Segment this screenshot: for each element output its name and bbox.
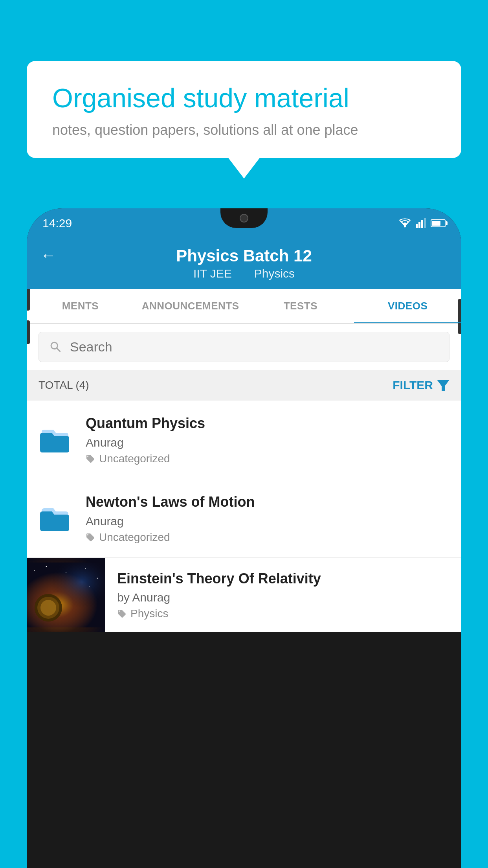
video-tag-quantum: Uncategorized xyxy=(86,452,449,465)
back-button[interactable]: ← xyxy=(40,246,56,264)
tab-bar: MENTS ANNOUNCEMENTS TESTS VIDEOS xyxy=(27,289,461,324)
svg-point-9 xyxy=(34,570,35,570)
svg-point-13 xyxy=(97,577,98,579)
wifi-icon xyxy=(398,218,412,228)
speech-bubble-heading: Organised study material xyxy=(52,83,436,113)
video-tag-einstein: Physics xyxy=(117,607,449,620)
svg-point-14 xyxy=(89,585,90,586)
header-subtitle: IIT JEE Physics xyxy=(190,267,298,280)
video-title-quantum: Quantum Physics xyxy=(86,414,449,433)
tag-icon-einstein xyxy=(117,609,127,618)
svg-rect-2 xyxy=(418,222,420,228)
status-icons xyxy=(398,218,446,228)
tab-videos[interactable]: VIDEOS xyxy=(354,289,461,323)
tab-tests[interactable]: TESTS xyxy=(247,289,354,323)
signal-icon xyxy=(416,218,427,228)
status-bar: 14:29 xyxy=(27,208,461,238)
svg-rect-4 xyxy=(424,218,426,228)
header-subtitle-separator xyxy=(241,267,248,280)
speech-bubble-subtext: notes, question papers, solutions all at… xyxy=(52,122,436,138)
video-title-einstein: Einstein's Theory Of Relativity xyxy=(117,570,449,588)
video-info-einstein: Einstein's Theory Of Relativity by Anura… xyxy=(105,558,461,632)
folder-icon-quantum xyxy=(39,424,74,455)
header-subtitle-iitjee: IIT JEE xyxy=(193,267,232,280)
tag-icon-newton xyxy=(86,533,95,542)
filter-bar: TOTAL (4) FILTER xyxy=(27,370,461,401)
video-item-quantum[interactable]: Quantum Physics Anurag Uncategorized xyxy=(27,401,461,479)
video-tag-text-quantum: Uncategorized xyxy=(99,452,170,465)
tab-ments[interactable]: MENTS xyxy=(27,289,134,323)
status-time: 14:29 xyxy=(42,217,72,230)
search-icon xyxy=(49,340,63,354)
front-camera xyxy=(240,214,248,223)
app-header: ← Physics Batch 12 IIT JEE Physics xyxy=(27,238,461,289)
folder-icon-newton xyxy=(39,503,74,534)
video-info-newton: Newton's Laws of Motion Anurag Uncategor… xyxy=(86,493,449,544)
tag-icon-quantum xyxy=(86,454,95,463)
svg-rect-1 xyxy=(416,224,418,228)
video-tag-text-einstein: Physics xyxy=(130,607,168,620)
header-subtitle-physics: Physics xyxy=(254,267,295,280)
svg-point-0 xyxy=(404,226,406,228)
volume-down-button xyxy=(27,320,30,344)
video-item-newton[interactable]: Newton's Laws of Motion Anurag Uncategor… xyxy=(27,479,461,558)
svg-point-11 xyxy=(66,572,66,572)
header-title: Physics Batch 12 xyxy=(176,246,312,265)
video-thumbnail-einstein xyxy=(27,558,105,632)
video-title-newton: Newton's Laws of Motion xyxy=(86,493,449,511)
speech-bubble: Organised study material notes, question… xyxy=(27,61,461,158)
search-container xyxy=(27,324,461,370)
video-tag-newton: Uncategorized xyxy=(86,531,449,544)
svg-rect-3 xyxy=(421,220,423,228)
search-input[interactable] xyxy=(70,339,439,355)
phone-notch xyxy=(220,208,268,228)
filter-label: FILTER xyxy=(393,379,433,392)
video-list: Quantum Physics Anurag Uncategorized xyxy=(27,401,461,632)
total-count: TOTAL (4) xyxy=(39,379,89,392)
nebula-bg xyxy=(27,558,105,632)
battery-icon xyxy=(431,219,446,227)
video-author-quantum: Anurag xyxy=(86,436,449,449)
svg-marker-5 xyxy=(437,380,449,391)
search-bar[interactable] xyxy=(39,332,449,362)
svg-point-10 xyxy=(46,566,47,567)
video-item-einstein[interactable]: Einstein's Theory Of Relativity by Anura… xyxy=(27,558,461,633)
svg-point-18 xyxy=(40,600,56,615)
svg-point-12 xyxy=(85,568,86,568)
video-author-newton: Anurag xyxy=(86,515,449,528)
filter-button[interactable]: FILTER xyxy=(393,379,449,392)
video-tag-text-newton: Uncategorized xyxy=(99,531,170,544)
filter-icon xyxy=(437,380,449,391)
video-info-quantum: Quantum Physics Anurag Uncategorized xyxy=(86,414,449,465)
video-author-einstein: by Anurag xyxy=(117,591,449,604)
thumbnail-bg xyxy=(27,558,105,632)
phone-frame: 14:29 ← Phy xyxy=(27,208,461,868)
tab-announcements[interactable]: ANNOUNCEMENTS xyxy=(134,289,247,323)
